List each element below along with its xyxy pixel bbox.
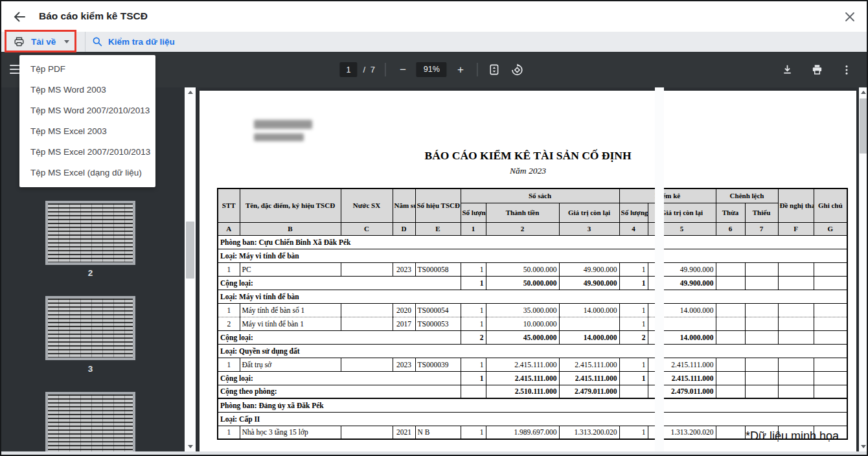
thumbnail-preview xyxy=(48,203,133,262)
print-button[interactable] xyxy=(810,63,824,77)
menu-item-word-2007[interactable]: Tệp MS Word 2007/2010/2013 xyxy=(19,100,155,121)
action-bar-divider xyxy=(85,32,86,52)
toolbar-divider xyxy=(385,63,386,76)
total-cell xyxy=(745,276,778,290)
page-thumbnail-4[interactable] xyxy=(45,392,135,451)
column-header: Ghi chú xyxy=(814,188,847,222)
scroll-up-arrow[interactable] xyxy=(859,87,868,97)
triangle-down-icon xyxy=(861,445,866,448)
horizontal-scrollbar-track[interactable] xyxy=(1,451,867,456)
page-count-label: / 7 xyxy=(363,65,376,74)
item-cell: 50.000.000 xyxy=(486,262,559,276)
total-cell xyxy=(716,330,745,344)
total-cell xyxy=(716,371,745,385)
column-subheader: Giá trị còn lại xyxy=(559,203,619,222)
item-cell: 2017 xyxy=(393,317,415,330)
printer-icon xyxy=(13,36,25,48)
section-label: Loại: Quyền sử dụng đất xyxy=(218,344,847,358)
table-section-row: Phòng ban: Đảng ủy xã Đăk Pék xyxy=(218,398,847,412)
sidebar-scrollbar[interactable] xyxy=(185,87,196,451)
zoom-in-button[interactable]: + xyxy=(453,63,468,76)
item-cell xyxy=(716,303,745,317)
item-cell: 1 xyxy=(461,317,486,330)
thumbnail-label: 3 xyxy=(45,364,135,374)
sidebar-scrollbar-thumb[interactable] xyxy=(186,222,194,279)
item-cell: 1 xyxy=(218,426,240,439)
total-cell: 45.000.000 xyxy=(486,330,559,344)
print-icon xyxy=(811,63,823,76)
total-cell: 50.000.000 xyxy=(486,276,559,290)
item-cell xyxy=(778,317,814,330)
item-cell: 2020 xyxy=(393,303,415,317)
redacted-org-line-2 xyxy=(254,133,304,141)
column-subheader: Số lượng xyxy=(461,203,486,222)
total-cell: 1 xyxy=(619,276,648,290)
column-letter: 6 xyxy=(716,222,745,235)
item-cell: 1 xyxy=(461,358,486,371)
fit-to-page-button[interactable] xyxy=(487,63,501,77)
total-cell xyxy=(619,385,648,398)
page-thumbnail-2[interactable] xyxy=(45,201,135,265)
item-cell: 2023 xyxy=(393,262,415,276)
item-cell: 10.000.000 xyxy=(486,317,559,330)
page-title: Báo cáo kiểm kê TSCĐ xyxy=(39,1,148,31)
table-item-row: 1Máy tính để bàn số 12020TS000054135.000… xyxy=(218,303,847,317)
action-bar: Tải về Kiểm tra dữ liệu xyxy=(1,32,867,52)
close-button[interactable] xyxy=(842,9,858,25)
verify-data-button[interactable]: Kiểm tra dữ liệu xyxy=(92,32,175,52)
back-arrow-icon xyxy=(12,9,27,25)
zoom-out-button[interactable]: − xyxy=(395,63,411,76)
item-cell: PC xyxy=(240,262,341,276)
thumbnail-preview xyxy=(48,394,133,451)
scroll-down-arrow[interactable] xyxy=(185,442,196,451)
page-number-input[interactable] xyxy=(339,62,357,77)
menu-item-word-2003[interactable]: Tệp MS Word 2003 xyxy=(19,80,155,100)
item-cell xyxy=(559,317,619,330)
scroll-down-arrow[interactable] xyxy=(859,442,868,451)
column-letter: 1 xyxy=(461,222,486,235)
document-subtitle: Năm 2023 xyxy=(200,166,856,176)
item-cell xyxy=(341,303,393,317)
total-cell xyxy=(716,385,745,398)
scroll-up-arrow[interactable] xyxy=(185,87,196,97)
total-cell: 14.000.000 xyxy=(559,330,619,344)
page-scrollbar[interactable] xyxy=(859,87,868,451)
item-cell: Máy tính để bàn số 1 xyxy=(240,303,341,317)
menu-item-excel-2003[interactable]: Tệp MS Excel 2003 xyxy=(19,121,155,142)
back-button[interactable] xyxy=(12,9,27,25)
more-vertical-icon xyxy=(841,64,852,76)
item-cell: 2 xyxy=(218,317,240,330)
total-label: Cộng loại: xyxy=(218,371,461,385)
verify-data-label: Kiểm tra dữ liệu xyxy=(108,37,175,47)
menu-item-pdf[interactable]: Tệp PDF xyxy=(19,59,155,80)
item-cell xyxy=(745,317,778,330)
item-cell: 1 xyxy=(461,303,486,317)
page-scrollbar-thumb[interactable] xyxy=(860,98,867,154)
item-cell: 1 xyxy=(218,358,240,371)
total-cell xyxy=(716,276,745,290)
column-letter: 2 xyxy=(486,222,559,235)
total-cell: 2 xyxy=(461,330,486,344)
more-options-button[interactable] xyxy=(839,63,854,77)
total-label: Cộng loại: xyxy=(218,330,461,344)
item-cell xyxy=(716,262,745,276)
item-cell: 14.000.000 xyxy=(559,303,619,317)
item-cell xyxy=(716,426,745,439)
item-cell xyxy=(716,317,745,330)
download-button[interactable]: Tải về xyxy=(13,32,69,52)
rotate-button[interactable] xyxy=(510,63,525,77)
download-file-button[interactable] xyxy=(780,63,794,77)
pdf-toolbar-right xyxy=(780,52,854,87)
column-subheader: Thành tiền xyxy=(486,203,559,222)
item-cell: TS000039 xyxy=(415,358,461,371)
section-label: Phòng ban: Cựu Chiến Binh Xã Đăk Pék xyxy=(218,235,847,249)
column-header: Năm sử dụng xyxy=(393,188,415,222)
pdf-page-1: BÁO CÁO KIỂM KÊ TÀI SẢN CỐ ĐỊNH Năm 2023… xyxy=(200,91,856,451)
menu-item-excel-data[interactable]: Tệp MS Excel (dạng dữ liệu) xyxy=(19,163,155,183)
column-header: Tên, đặc điểm, ký hiệu TSCĐ xyxy=(240,188,341,222)
menu-item-excel-2007[interactable]: Tệp MS Excel 2007/2010/2013 xyxy=(19,142,155,163)
fit-page-icon xyxy=(488,63,500,76)
page-thumbnail-3[interactable] xyxy=(45,296,135,360)
table-dept-total-row: Cộng theo phòng:2.510.111.0002.479.011.0… xyxy=(218,385,847,398)
item-cell: 35.000.000 xyxy=(486,303,559,317)
